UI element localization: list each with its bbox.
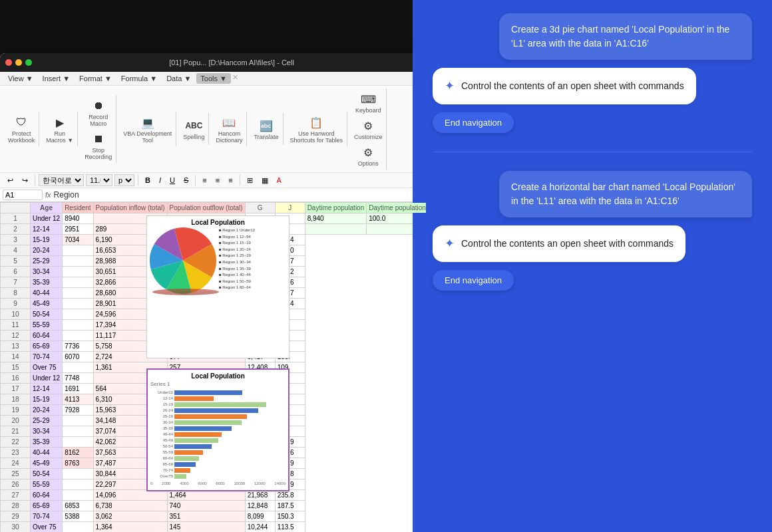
col-header-a[interactable]: Age [31, 203, 63, 213]
font-family-select[interactable]: 한국어로 [39, 174, 84, 186]
table-cell[interactable] [63, 490, 93, 501]
sheet-area[interactable]: Age Resident Population inflow (total) P… [0, 202, 426, 532]
table-cell[interactable] [63, 320, 93, 331]
table-cell[interactable]: 8940 [63, 213, 93, 224]
table-cell[interactable]: 55-59 [31, 320, 63, 331]
col-header-g[interactable]: Daytime population [305, 203, 367, 213]
table-cell[interactable] [63, 437, 93, 448]
border-button[interactable]: ▦ [258, 175, 272, 186]
merge-button[interactable]: ⊞ [244, 175, 256, 186]
align-right-button[interactable]: ≡ [225, 175, 236, 186]
table-cell[interactable]: 50-54 [31, 469, 63, 479]
table-cell[interactable]: 4113 [63, 394, 93, 405]
keyboard-button[interactable]: ⌨ Keyboard [354, 90, 383, 115]
table-cell[interactable]: 15-19 [31, 394, 63, 405]
table-cell[interactable]: 740 [167, 501, 245, 511]
customize-button[interactable]: ⚙ Customize [353, 116, 384, 142]
col-header-h[interactable]: Daytime population index [367, 203, 426, 213]
table-cell[interactable]: 6070 [63, 352, 93, 362]
table-cell[interactable]: 12-14 [31, 384, 63, 394]
table-cell[interactable]: Under 12 [31, 213, 63, 224]
table-cell[interactable]: 7034 [63, 235, 93, 245]
cell-reference-input[interactable] [3, 190, 43, 200]
close-dot[interactable] [5, 59, 12, 66]
table-cell[interactable]: Over 75 [31, 522, 63, 533]
col-header-f[interactable]: J [275, 203, 305, 213]
vba-button[interactable]: 💻 VBA DevelopmentTool [122, 113, 173, 145]
table-cell[interactable] [63, 522, 93, 533]
table-cell[interactable] [63, 331, 93, 341]
table-cell[interactable]: 6,738 [93, 501, 167, 511]
col-header-e[interactable]: G [245, 203, 275, 213]
table-cell[interactable]: 45-49 [31, 299, 63, 309]
table-cell[interactable]: 65-69 [31, 501, 63, 511]
strikethrough-button[interactable]: S [180, 175, 192, 186]
table-cell[interactable]: 1691 [63, 384, 93, 394]
col-header-c[interactable]: Population inflow (total) [93, 203, 167, 213]
table-cell[interactable]: 351 [167, 511, 245, 522]
formula-input[interactable] [54, 190, 423, 200]
menu-format[interactable]: Format ▼ [75, 73, 116, 84]
table-cell[interactable] [63, 426, 93, 437]
table-cell[interactable]: 12,848 [245, 501, 275, 511]
options-button[interactable]: ⚙ Options [357, 143, 380, 168]
align-center-button[interactable]: ≡ [212, 175, 223, 186]
maximize-dot[interactable] [25, 59, 32, 66]
table-cell[interactable]: 70-74 [31, 352, 63, 362]
table-cell[interactable]: 7748 [63, 373, 93, 384]
table-cell[interactable]: 45-49 [31, 458, 63, 469]
table-cell[interactable]: 113.5 [275, 522, 305, 533]
table-cell[interactable]: 7928 [63, 405, 93, 416]
table-cell[interactable]: 25-29 [31, 416, 63, 426]
run-macros-button[interactable]: ▶ RunMacros ▼ [45, 113, 75, 145]
table-cell[interactable]: Under 12 [31, 373, 63, 384]
redo-button[interactable]: ↪ [19, 175, 31, 186]
table-cell[interactable]: 7736 [63, 341, 93, 352]
table-cell[interactable]: 145 [167, 522, 245, 533]
spelling-button[interactable]: ABC Spelling [182, 116, 206, 142]
table-cell[interactable] [63, 362, 93, 373]
menu-data[interactable]: Data ▼ [162, 73, 195, 84]
table-cell[interactable] [63, 309, 93, 320]
table-cell[interactable]: 30-34 [31, 267, 63, 277]
table-cell[interactable]: 8763 [63, 458, 93, 469]
table-cell[interactable]: 35-39 [31, 437, 63, 448]
table-cell[interactable]: 35-39 [31, 277, 63, 288]
align-left-button[interactable]: ≡ [199, 175, 210, 186]
menu-tools[interactable]: Tools ▼ [196, 73, 231, 84]
end-navigation-button-2[interactable]: End navigation [433, 270, 514, 291]
stop-recording-button[interactable]: ⏹ StopRecording [83, 130, 113, 162]
table-cell[interactable]: 70-74 [31, 511, 63, 522]
table-cell[interactable]: 40-44 [31, 288, 63, 299]
fill-color-button[interactable]: A [274, 175, 285, 186]
table-cell[interactable] [63, 245, 93, 256]
table-cell[interactable] [63, 299, 93, 309]
table-cell[interactable]: 15-19 [31, 235, 63, 245]
table-cell[interactable] [63, 267, 93, 277]
table-cell[interactable]: 50-54 [31, 309, 63, 320]
table-cell[interactable] [63, 479, 93, 490]
menu-view[interactable]: View ▼ [4, 73, 37, 84]
table-cell[interactable] [63, 277, 93, 288]
underline-button[interactable]: U [166, 175, 178, 186]
table-cell[interactable]: 60-64 [31, 331, 63, 341]
col-header-d[interactable]: Population outflow (total) [167, 203, 245, 213]
menu-formula[interactable]: Formula ▼ [117, 73, 161, 84]
translate-button[interactable]: 🔤 Translate [252, 116, 280, 142]
table-cell[interactable]: 8,940 [305, 213, 367, 224]
undo-button[interactable]: ↩ [4, 175, 17, 186]
table-cell[interactable]: 12-14 [31, 224, 63, 235]
menu-insert[interactable]: Insert ▼ [39, 73, 74, 84]
table-cell[interactable]: 8,099 [245, 511, 275, 522]
protect-workbook-button[interactable]: 🛡 ProtectWorkbook [7, 113, 36, 145]
hanword-button[interactable]: 📋 Use HanwordShortcuts for Tables [289, 113, 344, 145]
table-cell[interactable] [63, 416, 93, 426]
italic-button[interactable]: I [156, 175, 164, 186]
table-cell[interactable]: 25-29 [31, 256, 63, 267]
table-cell[interactable]: 5388 [63, 511, 93, 522]
dictionary-button[interactable]: 📖 HancomDictionary [214, 113, 244, 145]
table-cell[interactable]: 6853 [63, 501, 93, 511]
table-cell[interactable]: 8162 [63, 448, 93, 458]
font-unit-select[interactable]: pt [114, 174, 134, 186]
table-cell[interactable]: 187.5 [275, 501, 305, 511]
